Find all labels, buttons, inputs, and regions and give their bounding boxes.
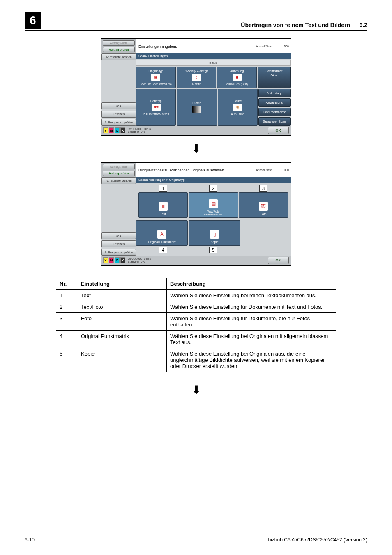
td-setting: Original Punktmatrix [78, 331, 167, 348]
auftragseinst-button[interactable]: Auftragseinst. prüfen [101, 119, 136, 126]
cell-label: Scanformat [258, 69, 290, 73]
prompt-text: Einstellungen angeben. [136, 39, 254, 53]
option-foto[interactable]: 🖼 Foto [239, 192, 288, 218]
density-icon [192, 106, 201, 113]
toner-levels: Y M C K [103, 127, 125, 133]
target-count: Anzahl Ziele 000 [254, 39, 291, 53]
dateityp-button[interactable]: Dateityp PDF PDF Mehrfach- seiten [136, 89, 176, 126]
toner-y: Y [103, 127, 108, 133]
callout-3: 3 [259, 185, 267, 192]
table-row: 2 Text/Foto Wählen Sie diese Einstellung… [56, 301, 336, 313]
td-setting: Foto [78, 313, 167, 331]
originaltyp-button[interactable]: Originaltyp ▤ Text/Foto Gedrucktes Foto [136, 67, 176, 88]
pager: 1/ 1 [101, 102, 136, 109]
cell-value: PDF Mehrfach- seiten [143, 113, 169, 116]
callout-2: 2 [209, 185, 217, 192]
table-row: 3 Foto Wählen Sie diese Einstellung für … [56, 313, 336, 331]
td-desc: Wählen Sie diese Einstellung für Dokumen… [167, 313, 336, 331]
toner-m: M [109, 257, 114, 263]
tab-auftrag-pruefen[interactable]: Auftrag prüfen [103, 47, 135, 52]
toner-c: C [115, 257, 120, 263]
td-setting: Text/Foto [78, 301, 167, 313]
callout-4: 4 [159, 247, 167, 253]
loeschen-button[interactable]: Löschen [101, 111, 136, 118]
toner-c: C [115, 127, 120, 133]
option-sublabel: Gedrucktes Foto [204, 213, 222, 216]
separater-scan-button[interactable]: Separater Scan [258, 117, 291, 126]
toner-m: M [109, 127, 114, 133]
cell-value: Text/Foto Gedrucktes Foto [140, 83, 172, 86]
tab-auftragsliste[interactable]: Auftrags- liste [103, 40, 135, 46]
cell-value: Auto [258, 73, 290, 76]
screenshot-settings: Auftrags- liste Auftrag prüfen Einstellu… [101, 38, 291, 136]
loeschen-button[interactable]: Löschen [101, 240, 136, 247]
cell-label: Originaltyp [148, 69, 163, 73]
dokumentname-button[interactable]: Dokumentname [258, 108, 291, 116]
foto-icon: 🖼 [259, 202, 268, 211]
adressliste-senden-button[interactable]: Adressliste senden [101, 177, 136, 184]
th-nr: Nr. [56, 278, 78, 290]
callout-1: 1 [159, 185, 167, 192]
screenshot-originaltyp: Auftrags- liste Auftrag prüfen Bildquali… [101, 162, 291, 266]
pager: 1/ 1 [101, 232, 136, 239]
aufloesung-button[interactable]: Auflösung ▦ 200x200dpi (Fein) [217, 67, 257, 88]
status-date: 05/01/2009 14:55 Speicher 0% [128, 257, 151, 263]
option-text-foto[interactable]: ▤ Text/Foto Gedrucktes Foto [189, 192, 238, 218]
ok-button[interactable]: OK [268, 127, 289, 134]
td-nr: 4 [56, 331, 78, 348]
status-date: 05/01/2009 16:35 Speicher 0% [128, 127, 151, 133]
cell-label: Auflösung [230, 69, 244, 73]
option-label: Text/Foto [207, 210, 220, 213]
cell-label: Farbe [234, 99, 242, 103]
td-nr: 3 [56, 313, 78, 331]
td-setting: Kopie [78, 348, 167, 372]
subheader-scan: Scan- Einstellungen [136, 53, 291, 59]
header-section: 6.2 [360, 22, 367, 28]
option-label: Original Punktmatrix [148, 240, 176, 244]
toner-k: K [120, 127, 125, 133]
seitig-button[interactable]: 1-seitig/ 2-seitig/ ▯ 1- seitig [177, 67, 217, 88]
td-nr: 1 [56, 290, 78, 301]
page-header: 6 Übertragen von feinem Text und Bildern… [25, 12, 367, 31]
th-desc: Beschreibung [167, 278, 336, 290]
td-desc: Wählen Sie diese Einstellung bei Origina… [167, 348, 336, 372]
table-row: 5 Kopie Wählen Sie diese Einstellung bei… [56, 348, 336, 372]
ok-button[interactable]: OK [268, 257, 289, 264]
option-text[interactable]: ≡ Text [138, 192, 188, 218]
td-desc: Wählen Sie diese Einstellung bei Origina… [167, 331, 336, 348]
tab-basis[interactable]: Basis [136, 60, 291, 66]
td-nr: 5 [56, 348, 78, 372]
count-value: 000 [284, 45, 289, 48]
adressliste-senden-button[interactable]: Adressliste senden [101, 53, 136, 60]
td-desc: Wählen Sie diese Einstellung bei reinen … [167, 290, 336, 301]
scanformat-button[interactable]: Scanformat Auto [258, 67, 291, 88]
dichte-button[interactable]: Dichte [177, 89, 217, 126]
tab-auftragsliste[interactable]: Auftrags- liste [103, 164, 135, 169]
tab-auftrag-pruefen[interactable]: Auftrag prüfen [103, 171, 135, 176]
toner-levels: Y M C K [103, 257, 125, 263]
farbe-button[interactable]: Farbe 🎨 Auto Farbe [218, 89, 258, 126]
dotmatrix-icon: A [157, 230, 166, 239]
grid-icon: ▦ [233, 74, 242, 81]
header-title: Übertragen von feinem Text und Bildern [241, 22, 350, 28]
chapter-number: 6 [25, 12, 41, 29]
count-value: 000 [284, 169, 289, 171]
settings-table: Nr. Einstellung Beschreibung 1 Text Wähl… [56, 278, 336, 372]
count-label: Anzahl Ziele [256, 169, 272, 171]
option-label: Foto [260, 212, 266, 216]
color-icon: 🎨 [233, 104, 242, 111]
cell-label: Dateityp [150, 99, 162, 103]
option-kopie[interactable]: ▯ Kopie [189, 220, 240, 246]
product-name: bizhub C652/C652DS/C552/C452 (Version 2) [268, 537, 367, 543]
page-icon: ▯ [192, 74, 201, 81]
cell-value: 1- seitig [192, 83, 201, 86]
toner-y: Y [103, 257, 108, 263]
option-label: Kopie [210, 240, 218, 244]
table-row: 4 Original Punktmatrix Wählen Sie diese … [56, 331, 336, 348]
anwendung-button[interactable]: Anwendung [258, 98, 291, 107]
option-punktmatrix[interactable]: A Original Punktmatrix [136, 220, 188, 246]
bildjustage-button[interactable]: Bildjustage [258, 89, 291, 97]
breadcrumb: Scaneinstellungen > Originaltyp [136, 177, 291, 183]
td-setting: Text [78, 290, 167, 301]
auftragseinst-button[interactable]: Auftragseinst. prüfen [101, 249, 136, 256]
